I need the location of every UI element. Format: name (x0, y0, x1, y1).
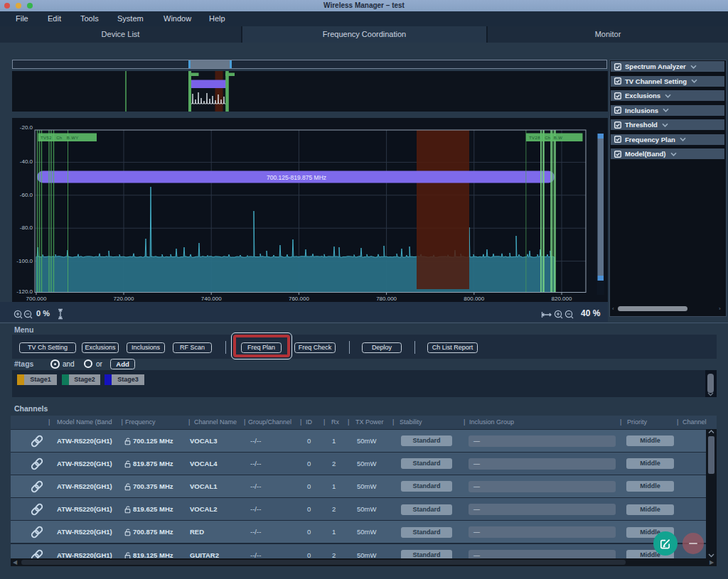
svg-text:TV28 Ch B.W: TV28 Ch B.W (529, 136, 562, 140)
svg-text:800.000: 800.000 (464, 296, 484, 302)
svg-text:740.000: 740.000 (201, 296, 222, 302)
svg-text:700.125-819.875 MHz: 700.125-819.875 MHz (267, 174, 326, 181)
svg-text:-40.0: -40.0 (20, 158, 33, 165)
svg-text:-60.0: -60.0 (20, 192, 33, 198)
svg-text:700.000: 700.000 (26, 296, 47, 302)
svg-text:820.000: 820.000 (552, 296, 572, 302)
svg-text:-20.0: -20.0 (20, 124, 33, 131)
svg-text:-100.0: -100.0 (16, 258, 33, 264)
svg-text:TV52 Ch B.WY: TV52 Ch B.WY (41, 136, 79, 140)
svg-text:720.000: 720.000 (114, 296, 134, 302)
svg-text:-120.0: -120.0 (16, 288, 33, 295)
svg-text:780.000: 780.000 (376, 296, 397, 302)
svg-text:-80.0: -80.0 (20, 224, 33, 231)
svg-text:760.000: 760.000 (289, 296, 309, 302)
